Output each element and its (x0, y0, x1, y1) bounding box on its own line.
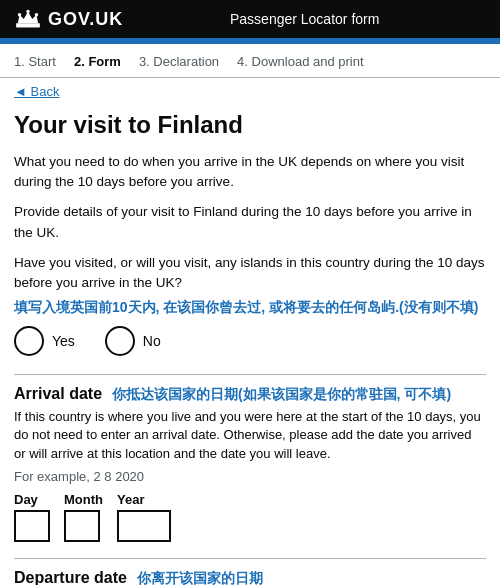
departure-date-label: Departure date (14, 569, 127, 585)
arrival-month-label: Month (64, 492, 103, 507)
crown-icon (14, 8, 42, 30)
description-1: What you need to do when you arrive in t… (14, 152, 486, 193)
svg-point-2 (18, 13, 21, 16)
step-3-declaration[interactable]: 3. Declaration (139, 54, 219, 69)
arrival-day-label: Day (14, 492, 50, 507)
page-heading: Your visit to Finland (14, 111, 486, 140)
svg-rect-0 (16, 23, 40, 27)
arrival-date-label: Arrival date (14, 385, 102, 402)
arrival-year-group: Year (117, 492, 171, 542)
arrival-day-input[interactable] (14, 510, 50, 542)
arrival-day-group: Day (14, 492, 50, 542)
gov-uk-label: GOV.UK (48, 9, 123, 30)
arrival-month-input[interactable] (64, 510, 100, 542)
radio-no-circle[interactable] (105, 326, 135, 356)
departure-date-header: Departure date 你离开该国家的日期 (14, 569, 486, 585)
arrival-month-group: Month (64, 492, 103, 542)
main-content: Your visit to Finland What you need to d… (0, 103, 500, 585)
gov-logo: GOV.UK (14, 8, 123, 30)
island-annotation: 填写入境英国前10天内, 在该国你曾去过, 或将要去的任何岛屿.(没有则不填) (14, 297, 486, 318)
steps-nav: 1. Start 2. Form 3. Declaration 4. Downl… (0, 44, 500, 78)
step-4-download[interactable]: 4. Download and print (237, 54, 363, 69)
description-2: Provide details of your visit to Finland… (14, 202, 486, 243)
step-2-form[interactable]: 2. Form (74, 54, 121, 69)
departure-date-section: Departure date 你离开该国家的日期 For example, 2 … (14, 569, 486, 585)
radio-yes-option[interactable]: Yes (14, 326, 75, 356)
arrival-year-input[interactable] (117, 510, 171, 542)
island-radio-group: Yes No (14, 326, 486, 356)
header: GOV.UK Passenger Locator form (0, 0, 500, 38)
radio-no-option[interactable]: No (105, 326, 161, 356)
svg-point-3 (26, 10, 29, 13)
radio-yes-circle[interactable] (14, 326, 44, 356)
arrival-date-header: Arrival date 你抵达该国家的日期(如果该国家是你的常驻国, 可不填) (14, 385, 486, 404)
island-question: Have you visited, or will you visit, any… (14, 253, 486, 294)
radio-no-label: No (143, 333, 161, 349)
back-link[interactable]: ◄ Back (14, 84, 486, 99)
section-divider-2 (14, 558, 486, 559)
svg-point-4 (35, 13, 38, 16)
section-divider-1 (14, 374, 486, 375)
svg-marker-1 (18, 11, 38, 23)
back-link-container: ◄ Back (0, 78, 500, 103)
arrival-date-section: Arrival date 你抵达该国家的日期(如果该国家是你的常驻国, 可不填)… (14, 385, 486, 542)
arrival-date-example: For example, 2 8 2020 (14, 469, 486, 484)
arrival-date-annotation: 你抵达该国家的日期(如果该国家是你的常驻国, 可不填) (112, 386, 451, 402)
arrival-date-hint: If this country is where you live and yo… (14, 408, 486, 463)
radio-yes-label: Yes (52, 333, 75, 349)
form-title: Passenger Locator form (123, 11, 486, 27)
arrival-date-fields: Day Month Year (14, 492, 486, 542)
arrival-year-label: Year (117, 492, 171, 507)
step-1-start[interactable]: 1. Start (14, 54, 56, 69)
departure-date-annotation: 你离开该国家的日期 (137, 570, 263, 585)
